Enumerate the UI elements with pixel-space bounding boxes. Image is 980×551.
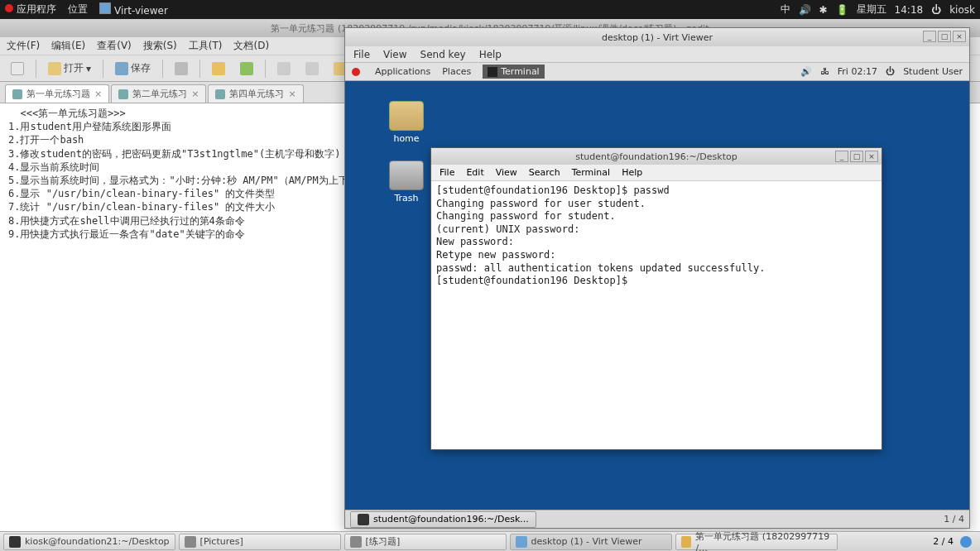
home-icon	[389, 101, 424, 131]
menu-file[interactable]: 文件(F)	[7, 39, 40, 53]
task-exercises[interactable]: [练习题]	[344, 534, 507, 550]
task-gedit[interactable]: 第一单元练习题 (18202997719 /…	[675, 534, 838, 550]
ime-indicator[interactable]: 中	[781, 2, 790, 17]
close-icon[interactable]: ×	[288, 89, 295, 99]
activities-icon[interactable]	[352, 68, 360, 76]
cut-button[interactable]	[271, 59, 296, 79]
term-menu-file[interactable]: File	[440, 167, 454, 178]
virt-titlebar[interactable]: desktop (1) - Virt Viewer _ □ ×	[345, 28, 969, 46]
power-icon[interactable]: ⏻	[886, 66, 895, 77]
minimize-button[interactable]: _	[923, 31, 936, 42]
guest-terminal-indicator[interactable]: Terminal	[483, 65, 545, 79]
home-desktop-icon[interactable]: home	[382, 101, 431, 144]
virtviewer-indicator[interactable]: Virt-viewer	[99, 2, 168, 17]
task-pictures[interactable]: [Pictures]	[179, 534, 341, 550]
guest-task-terminal[interactable]: student@foundation196:~/Desk...	[350, 511, 536, 528]
open-button[interactable]: 打开 ▾	[42, 58, 97, 79]
term-menu-help[interactable]: Help	[622, 167, 642, 178]
guest-user[interactable]: Student User	[903, 66, 963, 77]
clock-day[interactable]: 星期五	[857, 2, 886, 17]
virt-menubar: File View Send key Help	[345, 46, 969, 63]
menu-search[interactable]: 搜索(S)	[143, 39, 177, 53]
virt-menu-sendkey[interactable]: Send key	[420, 49, 466, 60]
guest-taskbar: student@foundation196:~/Desk... 1 / 4	[345, 510, 969, 528]
show-desktop-icon[interactable]	[960, 536, 972, 548]
guest-apps[interactable]: Applications	[375, 66, 430, 77]
menu-tools[interactable]: 工具(T)	[189, 39, 223, 53]
close-button[interactable]: ×	[953, 31, 966, 42]
redo-button[interactable]	[234, 59, 259, 79]
volume-icon[interactable]: 🔊	[800, 66, 812, 77]
print-button[interactable]	[169, 59, 194, 79]
network-icon[interactable]: 🖧	[820, 66, 829, 77]
menu-edit[interactable]: 编辑(E)	[51, 39, 85, 53]
task-virtviewer[interactable]: desktop (1) - Virt Viewer	[510, 534, 672, 550]
tab-unit1[interactable]: 第一单元练习题×	[5, 84, 109, 103]
minimize-button[interactable]: _	[835, 151, 848, 162]
guest-workspace[interactable]: 1 / 4	[944, 514, 964, 525]
host-top-panel: 应用程序 位置 Virt-viewer 中 🔊 ✱ 🔋 星期五 14:18 ⏻ …	[0, 0, 980, 19]
virt-menu-view[interactable]: View	[383, 49, 406, 60]
menu-view[interactable]: 查看(V)	[97, 39, 132, 53]
close-icon[interactable]: ×	[94, 89, 102, 99]
terminal-window: student@foundation196:~/Desktop _ □ × Fi…	[430, 147, 882, 450]
guest-places[interactable]: Places	[442, 66, 471, 77]
close-button[interactable]: ×	[865, 151, 878, 162]
terminal-menubar: File Edit View Search Terminal Help	[431, 165, 882, 181]
user-label[interactable]: kiosk	[949, 4, 975, 16]
maximize-button[interactable]: □	[938, 31, 951, 42]
terminal-titlebar[interactable]: student@foundation196:~/Desktop _ □ ×	[431, 148, 882, 165]
battery-icon[interactable]: 🔋	[836, 4, 848, 16]
guest-desktop[interactable]: home Trash student@foundation196:~/Deskt…	[345, 81, 969, 510]
task-kiosk-terminal[interactable]: kiosk@foundation21:~/Desktop	[3, 534, 175, 550]
new-button[interactable]	[5, 59, 30, 79]
trash-desktop-icon[interactable]: Trash	[382, 161, 431, 204]
tab-unit4[interactable]: 第四单元练习×	[208, 84, 303, 103]
guest-top-panel: Applications Places Terminal 🔊 🖧 Fri 02:…	[345, 63, 969, 81]
term-menu-view[interactable]: View	[496, 167, 517, 178]
menu-docs[interactable]: 文档(D)	[233, 39, 269, 53]
host-workspace[interactable]: 2 / 4	[933, 536, 954, 547]
places-menu[interactable]: 位置	[68, 2, 88, 17]
apps-menu[interactable]: 应用程序	[5, 2, 56, 17]
power-icon[interactable]: ⏻	[931, 4, 941, 16]
term-menu-terminal[interactable]: Terminal	[572, 167, 611, 178]
tab-unit2[interactable]: 第二单元练习×	[111, 84, 206, 103]
bluetooth-icon[interactable]: ✱	[819, 4, 828, 16]
virt-menu-help[interactable]: Help	[479, 49, 502, 60]
guest-clock[interactable]: Fri 02:17	[838, 66, 877, 77]
trash-icon	[389, 161, 424, 190]
copy-button[interactable]	[300, 59, 324, 79]
virt-viewer-window: desktop (1) - Virt Viewer _ □ × File Vie…	[344, 27, 970, 529]
clock-time[interactable]: 14:18	[895, 4, 924, 16]
close-icon[interactable]: ×	[191, 89, 199, 99]
maximize-button[interactable]: □	[850, 151, 863, 162]
terminal-content[interactable]: [student@foundation196 Desktop]$ passwd …	[431, 181, 882, 291]
save-button[interactable]: 保存	[109, 58, 156, 79]
term-menu-search[interactable]: Search	[529, 167, 560, 178]
volume-icon[interactable]: 🔊	[799, 4, 811, 16]
host-taskbar: kiosk@foundation21:~/Desktop [Pictures] …	[0, 531, 980, 551]
term-menu-edit[interactable]: Edit	[466, 167, 483, 178]
undo-button[interactable]	[206, 59, 231, 79]
virt-menu-file[interactable]: File	[353, 49, 370, 60]
